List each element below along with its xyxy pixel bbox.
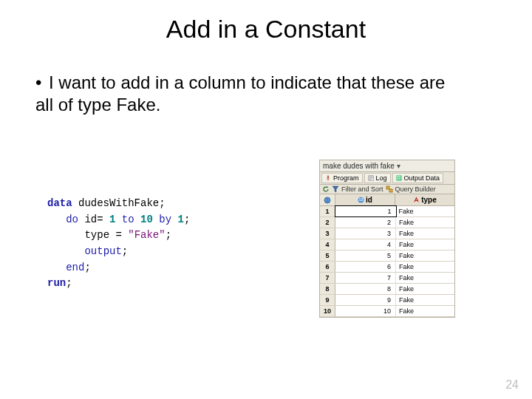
cell-id[interactable]: 2: [335, 217, 396, 228]
cell-type[interactable]: Fake: [396, 250, 454, 261]
code-line-6-semi: ;: [66, 277, 72, 289]
table-row[interactable]: 22Fake: [320, 217, 454, 228]
cell-id[interactable]: 3: [335, 228, 396, 239]
code-num-10: 10: [140, 214, 153, 225]
row-number-cell[interactable]: 2: [320, 217, 335, 228]
log-icon: [368, 175, 374, 181]
row-number-cell[interactable]: 6: [320, 262, 335, 272]
panel-tabs: Program Log Output Data: [320, 172, 454, 185]
row-number-cell[interactable]: 4: [320, 239, 335, 250]
cell-id[interactable]: 1: [335, 205, 397, 217]
cell-id[interactable]: 10: [335, 306, 396, 316]
cell-type[interactable]: Fake: [396, 295, 454, 305]
tab-output-data[interactable]: Output Data: [392, 173, 444, 183]
svg-rect-5: [396, 176, 400, 180]
cell-type[interactable]: Fake: [396, 262, 454, 272]
globe-icon: [324, 197, 331, 204]
code-line-4-semi: ;: [122, 245, 128, 257]
column-header-type[interactable]: type: [395, 194, 454, 205]
code-kw-do: do: [66, 214, 78, 225]
toolbar-filter-sort-label[interactable]: Filter and Sort: [341, 185, 383, 193]
output-data-panel: make dudes with fake ▾ Program Log Outpu…: [319, 160, 455, 318]
svg-point-0: [327, 176, 329, 177]
cell-id[interactable]: 5: [335, 250, 396, 261]
code-line-3-lhs: type =: [84, 229, 128, 241]
code-kw-output: output: [84, 245, 121, 257]
column-header-id-label: id: [366, 196, 372, 204]
query-builder-icon[interactable]: [386, 185, 393, 193]
svg-rect-11: [389, 189, 392, 192]
code-kw-data: data: [47, 197, 72, 209]
table-row[interactable]: 66Fake: [320, 262, 454, 273]
row-number-cell[interactable]: 7: [320, 273, 335, 283]
page-number: 24: [505, 378, 519, 392]
panel-title-text: make dudes with fake: [323, 162, 395, 170]
toolbar-query-builder-label[interactable]: Query Builder: [395, 185, 436, 193]
tab-program-label: Program: [333, 174, 359, 182]
code-kw-to: to: [115, 214, 140, 225]
refresh-icon[interactable]: [322, 185, 330, 193]
cell-type[interactable]: Fake: [396, 239, 454, 250]
table-row[interactable]: 44Fake: [320, 239, 454, 250]
cell-type[interactable]: Fake: [396, 228, 454, 239]
table-row[interactable]: 99Fake: [320, 295, 454, 306]
table-corner-cell[interactable]: [320, 194, 335, 205]
cell-type[interactable]: Fake: [396, 217, 454, 228]
svg-text:12: 12: [359, 197, 364, 202]
code-kw-end: end: [66, 262, 84, 273]
row-number-cell[interactable]: 8: [320, 284, 335, 294]
code-str-fake: "Fake": [128, 229, 165, 241]
row-number-cell[interactable]: 5: [320, 250, 335, 261]
cell-id[interactable]: 8: [335, 284, 396, 294]
bullet-dot-icon: •: [35, 72, 49, 94]
code-kw-run: run: [47, 277, 66, 289]
numeric-sort-icon: 12: [358, 197, 364, 203]
code-line-5-semi: ;: [84, 262, 90, 273]
row-number-cell[interactable]: 3: [320, 228, 335, 239]
table-row[interactable]: 11Fake: [320, 206, 454, 217]
cell-id[interactable]: 9: [335, 295, 396, 305]
tab-log-label: Log: [376, 174, 387, 182]
table-row[interactable]: 55Fake: [320, 250, 454, 262]
filter-icon[interactable]: [332, 185, 339, 193]
tab-program[interactable]: Program: [321, 173, 363, 183]
bullet-text: I want to add in a column to indicate th…: [35, 72, 445, 115]
row-number-cell[interactable]: 10: [320, 306, 335, 316]
code-line-2-semi: ;: [184, 214, 190, 225]
row-number-cell[interactable]: 9: [320, 295, 335, 305]
dropdown-arrow-icon[interactable]: ▾: [397, 162, 400, 170]
panel-toolbar: Filter and Sort Query Builder: [320, 185, 454, 194]
cell-type[interactable]: Fake: [396, 273, 454, 283]
table-row[interactable]: 1010Fake: [320, 306, 454, 317]
table-row[interactable]: 77Fake: [320, 273, 454, 284]
char-sort-icon: [413, 197, 420, 203]
code-line-3-semi: ;: [166, 229, 171, 241]
tab-log[interactable]: Log: [364, 173, 391, 183]
bullet-item: •I want to add in a column to indicate t…: [35, 72, 464, 116]
code-kw-by: by: [153, 214, 178, 225]
code-num-1b: 1: [177, 214, 183, 225]
panel-title-bar: make dudes with fake ▾: [320, 160, 454, 172]
column-header-type-label: type: [421, 196, 437, 204]
svg-rect-10: [386, 186, 389, 189]
cell-id[interactable]: 6: [335, 262, 396, 272]
cell-id[interactable]: 7: [335, 273, 396, 283]
tab-output-data-label: Output Data: [404, 174, 440, 182]
cell-type[interactable]: Fake: [396, 284, 454, 294]
code-line-2-id: id=: [78, 214, 109, 225]
table-row[interactable]: 88Fake: [320, 284, 454, 295]
code-line-1-rest: dudesWithFake;: [72, 197, 166, 209]
sas-code-block: data dudesWithFake; do id= 1 to 10 by 1;…: [47, 196, 190, 292]
column-header-id[interactable]: 12id: [335, 194, 395, 205]
cell-type[interactable]: Fake: [396, 306, 454, 316]
table-body: 11Fake22Fake33Fake44Fake55Fake66Fake77Fa…: [320, 206, 454, 317]
running-man-icon: [325, 175, 331, 181]
row-number-cell[interactable]: 1: [320, 206, 335, 216]
cell-id[interactable]: 4: [335, 239, 396, 250]
grid-icon: [396, 175, 402, 181]
cell-type[interactable]: Fake: [396, 206, 455, 216]
slide-title: Add in a Constant: [0, 15, 532, 44]
table-row[interactable]: 33Fake: [320, 228, 454, 239]
table-header-row: 12id type: [320, 194, 454, 206]
